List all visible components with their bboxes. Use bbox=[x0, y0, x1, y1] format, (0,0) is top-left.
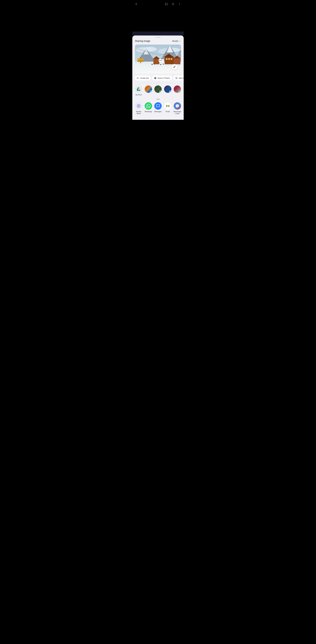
sheet-header: Sharing image Modify bbox=[132, 40, 184, 44]
messages-label: Messages bbox=[154, 111, 162, 112]
create-link-label: Create link bbox=[140, 77, 149, 79]
top-bar-right bbox=[165, 2, 182, 7]
gmail-item[interactable]: Gmail bbox=[164, 102, 172, 114]
whatsapp-item[interactable]: WhatsApp bbox=[144, 102, 152, 114]
contact-3-badge bbox=[169, 90, 172, 93]
sheet-title: Sharing image bbox=[135, 40, 150, 42]
svg-rect-18 bbox=[153, 59, 159, 64]
messages-icon bbox=[154, 102, 162, 110]
drag-handle[interactable] bbox=[155, 37, 161, 38]
svg-point-28 bbox=[179, 64, 180, 64]
svg-rect-16 bbox=[174, 58, 180, 64]
contact-2-badge bbox=[159, 90, 162, 93]
send-in-photos-button[interactable]: Send in Photos bbox=[152, 76, 172, 80]
contact-3-item[interactable] bbox=[164, 86, 172, 96]
action-row: Create link Send in Photos bbox=[132, 76, 184, 83]
top-bar bbox=[132, 0, 184, 32]
my-drive-icon bbox=[135, 86, 142, 93]
svg-rect-21 bbox=[137, 58, 143, 60]
svg-rect-11 bbox=[165, 57, 174, 64]
svg-rect-15 bbox=[171, 58, 172, 60]
gmail-icon bbox=[164, 102, 172, 110]
svg-rect-13 bbox=[166, 58, 168, 60]
image-preview: WYSS bbox=[135, 44, 181, 74]
contacts-row: My Drive bbox=[134, 86, 182, 96]
svg-rect-22 bbox=[137, 60, 143, 62]
add-album-icon bbox=[175, 77, 178, 79]
svg-text:WYSS: WYSS bbox=[159, 60, 162, 61]
cast-button[interactable] bbox=[165, 2, 169, 7]
contact-2-item[interactable] bbox=[154, 86, 162, 96]
svg-point-23 bbox=[151, 64, 152, 65]
nearby-share-label: NearbyShare bbox=[136, 111, 141, 114]
image-preview-container: WYSS bbox=[132, 44, 184, 76]
gmail-label: Gmail bbox=[166, 111, 170, 112]
modify-label: Modify bbox=[172, 40, 179, 42]
contact-2-avatar bbox=[154, 86, 162, 93]
top-bar-icons bbox=[134, 2, 182, 7]
svg-rect-14 bbox=[168, 58, 170, 60]
share-section: My Drive bbox=[132, 86, 184, 120]
svg-point-24 bbox=[154, 64, 155, 64]
messenger-icon bbox=[174, 102, 181, 110]
contact-3-avatar bbox=[164, 86, 172, 93]
add-to-album-label: Add to album bbox=[179, 77, 184, 79]
add-to-album-button[interactable]: Add to album bbox=[173, 76, 184, 80]
nearby-share-icon bbox=[135, 102, 142, 110]
divider-area bbox=[132, 32, 184, 36]
contact-1-item[interactable] bbox=[144, 86, 152, 96]
back-button[interactable] bbox=[134, 2, 138, 7]
whatsapp-label: WhatsApp bbox=[145, 111, 152, 112]
create-link-button[interactable]: Create link bbox=[134, 76, 151, 80]
nearby-share-item[interactable]: NearbyShare bbox=[134, 102, 143, 114]
dot-3 bbox=[159, 99, 160, 100]
my-drive-label: My Drive bbox=[135, 94, 142, 96]
messenger-item[interactable]: MessengerChats bbox=[173, 102, 182, 114]
whatsapp-icon bbox=[145, 102, 152, 110]
contact-1-badge bbox=[150, 90, 152, 93]
svg-point-26 bbox=[163, 64, 164, 65]
favorite-button[interactable] bbox=[171, 2, 175, 7]
bottom-sheet: Sharing image Modify bbox=[132, 36, 184, 120]
svg-point-25 bbox=[160, 64, 161, 65]
modify-button[interactable]: Modify bbox=[172, 40, 181, 42]
apps-row: NearbyShare WhatsApp Messages bbox=[134, 102, 182, 114]
edit-image-button[interactable] bbox=[172, 64, 177, 70]
messenger-label: MessengerChats bbox=[174, 111, 181, 114]
my-drive-item[interactable]: My Drive bbox=[134, 86, 143, 96]
pagination-dots bbox=[134, 99, 182, 100]
more-options-button[interactable] bbox=[178, 2, 182, 7]
contact-4-badge bbox=[179, 90, 181, 93]
contact-4-avatar bbox=[174, 86, 181, 93]
dot-2 bbox=[157, 99, 159, 100]
messages-item[interactable]: Messages bbox=[154, 102, 162, 114]
contact-1-avatar bbox=[145, 86, 152, 93]
dot-1 bbox=[156, 99, 157, 100]
contact-4-item[interactable] bbox=[173, 86, 182, 96]
pinwheel-icon bbox=[154, 77, 156, 79]
send-in-photos-label: Send in Photos bbox=[157, 77, 170, 79]
link-icon bbox=[136, 77, 139, 79]
